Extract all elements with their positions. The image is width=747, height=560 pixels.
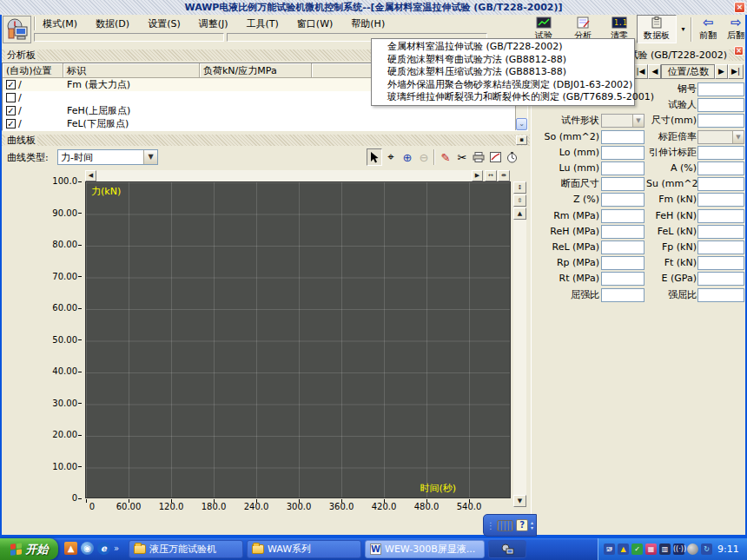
update-icon[interactable]: ↻ [701,544,712,555]
page-prev-button[interactable]: ⇦ 前翻 [694,15,722,43]
nav-prev-button[interactable]: ◀ [648,64,661,79]
checkbox-checked[interactable]: ✓ [6,106,16,115]
checkbox-checked[interactable]: ✓ [6,80,16,89]
taskbar-item-waw-series[interactable]: WAW系列 [247,540,361,558]
nav-next-button[interactable]: ▶ [715,64,728,79]
security-ok-icon[interactable]: ✓ [631,544,643,555]
scroll-left-icon[interactable]: ◀ [85,170,96,181]
field-input-A[interactable] [697,161,744,175]
field-input-Rm[interactable] [601,209,645,223]
datapad-dropdown-caret[interactable]: ▾ [678,18,688,41]
wireless-signal-icon[interactable]: ((·)) [673,544,684,555]
network-icon[interactable]: 🖳 [604,544,615,555]
fit-width-icon[interactable]: ↔ [485,170,497,181]
menu-window[interactable]: 窗口(W) [294,16,335,31]
nav-last-button[interactable]: ▶| [728,64,744,79]
menu-item-standard[interactable]: 硬质泡沫塑料压缩试验方法 (GB8813-88) [372,66,634,79]
quick-launch-app-icon[interactable]: ▲ [64,542,77,555]
field-input-Lu[interactable] [601,161,645,175]
field-input-yield-strength-ratio[interactable] [601,288,645,302]
field-input-FeL[interactable] [697,225,744,239]
drag-grip-icon[interactable]: ⋮ [486,521,494,530]
menu-settings[interactable]: 设置(S) [145,16,183,31]
curve-type-select[interactable]: 力-时间 ▼ [57,149,158,165]
field-input-strength-yield-ratio[interactable] [697,288,744,302]
taskbar-item-wew300b-doc[interactable]: W WEW-300B屏显液... [365,540,485,558]
ime-options-icon[interactable]: ▴▾ [531,520,533,530]
field-input-Z[interactable] [601,193,645,207]
field-input-So[interactable] [601,130,645,144]
pen-tool-button[interactable]: ✎ [438,148,453,166]
field-select-specimen-shape[interactable]: ▼ [601,114,645,128]
column-header-id[interactable]: 标识 [63,63,200,78]
start-button[interactable]: 开始 [0,538,58,560]
menu-item-standard[interactable]: 金属材料室温拉伸试验 (GB/T228-2002) [372,41,634,54]
chart-export-button[interactable] [487,148,503,166]
print-button[interactable] [471,148,486,166]
network-warning-icon[interactable]: ▲ [618,544,629,555]
nav-first-button[interactable]: |◀ [633,64,649,79]
field-input-Rt[interactable] [601,272,645,286]
field-input-Fp[interactable] [697,240,744,254]
table-row[interactable]: ✓/ FeL(下屈服点) [3,117,527,130]
panel-collapse-button[interactable]: ▪ [516,135,527,145]
checkbox-unchecked[interactable] [6,93,16,102]
scroll-right-icon[interactable]: ▶ [472,170,483,181]
field-input-fracture-size[interactable] [601,177,645,191]
menu-item-standard[interactable]: 玻璃纤维拉伸断裂强力和断裂伸长的测定 (GB/T7689.5-2001) [372,91,634,104]
scroll-down-icon[interactable]: ▼ [513,495,526,507]
field-input-E[interactable] [697,272,744,286]
internet-explorer-icon[interactable]: e [97,542,110,555]
field-input-size[interactable] [697,114,744,128]
checkbox-checked[interactable]: ✓ [6,119,16,128]
cursor-tool-button[interactable] [367,148,382,166]
field-input-Fm[interactable] [697,193,744,207]
fit-height-icon[interactable]: ↕ [513,181,526,194]
film-grid-icon[interactable]: ▥ [659,544,671,555]
field-input-Rp[interactable] [601,256,645,270]
volume-icon[interactable] [687,544,698,555]
keyboard-icon[interactable] [497,520,513,531]
field-input-ReL[interactable] [601,240,645,254]
field-input-Su[interactable] [697,177,744,191]
field-input-Lo[interactable] [601,146,645,160]
chevron-down-icon[interactable]: ▼ [143,150,157,164]
menu-help[interactable]: 帮助(H) [348,16,387,31]
menu-data[interactable]: 数据(D) [93,16,132,31]
quick-launch-more-icon[interactable]: » [114,544,119,553]
field-input-tester[interactable] [697,98,744,112]
ime-language-bar[interactable]: ⋮ ? ▴▾ [483,514,537,537]
app-icon[interactable] [3,16,31,43]
table-row[interactable]: ✓/ FeH(上屈服点) [3,104,527,117]
menu-adjust[interactable]: 调整(J) [196,16,231,31]
close-icon[interactable]: × [734,46,744,56]
menu-tools[interactable]: 工具(T) [244,16,281,31]
scroll-up-icon[interactable]: ▲ [513,208,526,220]
chart-plot-area[interactable]: 力(kN) 时间(秒) [85,181,511,498]
menu-mode[interactable]: 模式(M) [40,16,80,31]
zoom-in-button[interactable]: ⊕ [400,148,415,166]
cut-tool-button[interactable]: ✂ [454,148,470,166]
field-input-steel-no[interactable] [697,82,744,96]
menu-item-standard[interactable]: 外墙外保温用聚合物砂浆粘结强度测定 (DBJ01-63-2002) [372,79,634,92]
taskbar-item-current-app[interactable] [488,540,526,558]
zoom-out-button[interactable]: ⊖ [416,148,432,166]
timer-button[interactable] [504,148,519,166]
column-header-load[interactable]: 负荷kN/应力MPa [200,63,312,78]
field-input-Ft[interactable] [697,256,744,270]
crosshair-tool-button[interactable]: ⌖ [383,148,399,166]
close-icon[interactable]: × [734,2,745,13]
v-scroll-track[interactable] [513,220,526,495]
chevron-down-icon[interactable]: ⌄ [516,118,527,130]
field-input-ReH[interactable] [601,225,645,239]
help-icon[interactable]: ? [516,519,528,531]
datapad-button[interactable]: 数据板 [637,15,677,43]
field-input-extensometer-gauge[interactable] [697,146,744,160]
fit-full-width-icon[interactable]: ⇼ [498,170,510,181]
taskbar-item-hydraulic-utm[interactable]: 液压万能试验机 [129,540,243,558]
field-select-gauge-ratio[interactable]: ▼ [697,130,744,144]
fit-full-height-icon[interactable]: ⇳ [513,194,526,207]
field-input-FeH[interactable] [697,209,744,223]
app-tray-icon[interactable]: ▦ [645,544,657,555]
media-player-icon[interactable]: ◉ [81,542,94,555]
